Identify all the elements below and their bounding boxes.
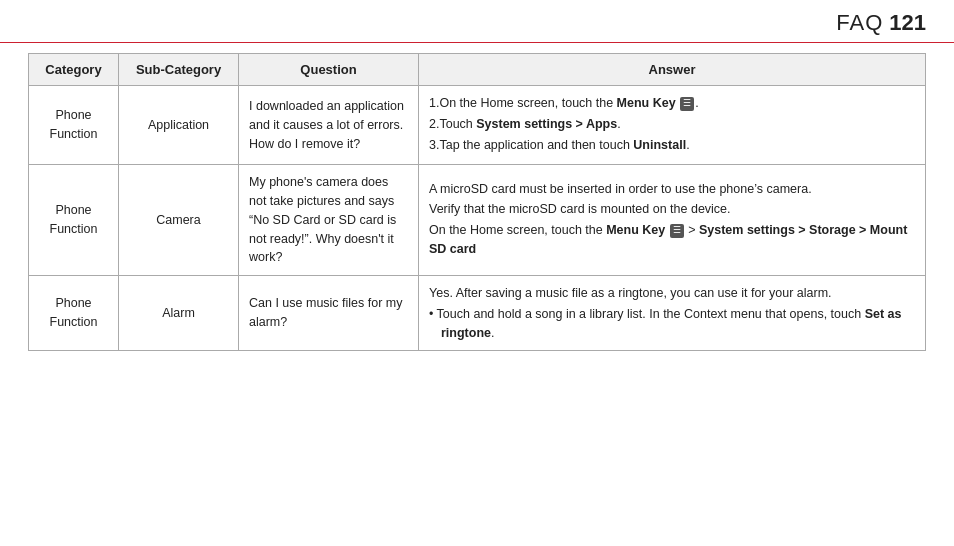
cell-question-2: My phone's camera does not take pictures… bbox=[239, 165, 419, 276]
page-header: FAQ 121 bbox=[0, 0, 954, 43]
table-row: PhoneFunction Application I downloaded a… bbox=[29, 86, 926, 165]
faq-table: Category Sub-Category Question Answer Ph… bbox=[28, 53, 926, 351]
page-number: 121 bbox=[889, 10, 926, 36]
bold-text: System settings > Apps bbox=[476, 117, 617, 131]
answer-line: A microSD card must be inserted in order… bbox=[429, 180, 915, 199]
answer-bullet: • Touch and hold a song in a library lis… bbox=[429, 305, 915, 343]
answer-line: 3.Tap the application and then touch Uni… bbox=[429, 136, 915, 155]
cell-subcategory-3: Alarm bbox=[119, 276, 239, 351]
cell-subcategory-1: Application bbox=[119, 86, 239, 165]
col-header-answer: Answer bbox=[419, 54, 926, 86]
table-row: PhoneFunction Camera My phone's camera d… bbox=[29, 165, 926, 276]
table-header-row: Category Sub-Category Question Answer bbox=[29, 54, 926, 86]
table-wrapper: Category Sub-Category Question Answer Ph… bbox=[0, 43, 954, 361]
answer-line: 1.On the Home screen, touch the Menu Key… bbox=[429, 94, 915, 113]
col-header-subcategory: Sub-Category bbox=[119, 54, 239, 86]
answer-line: Verify that the microSD card is mounted … bbox=[429, 200, 915, 219]
menu-key-icon-2: ☰ bbox=[670, 224, 684, 238]
bold-text: Menu Key bbox=[617, 96, 676, 110]
cell-subcategory-2: Camera bbox=[119, 165, 239, 276]
cell-category-1: PhoneFunction bbox=[29, 86, 119, 165]
cell-category-2: PhoneFunction bbox=[29, 165, 119, 276]
cell-question-1: I downloaded an application and it cause… bbox=[239, 86, 419, 165]
page-title: FAQ bbox=[836, 10, 883, 36]
cell-answer-3: Yes. After saving a music file as a ring… bbox=[419, 276, 926, 351]
bold-text: Uninstall bbox=[633, 138, 686, 152]
bold-text: System settings > Storage > Mount SD car… bbox=[429, 223, 907, 256]
table-row: PhoneFunction Alarm Can I use music file… bbox=[29, 276, 926, 351]
cell-category-3: PhoneFunction bbox=[29, 276, 119, 351]
cell-answer-1: 1.On the Home screen, touch the Menu Key… bbox=[419, 86, 926, 165]
menu-key-icon: ☰ bbox=[680, 97, 694, 111]
answer-line: On the Home screen, touch the Menu Key ☰… bbox=[429, 221, 915, 259]
bold-text: Menu Key bbox=[606, 223, 665, 237]
answer-line: 2.Touch System settings > Apps. bbox=[429, 115, 915, 134]
cell-question-3: Can I use music files for my alarm? bbox=[239, 276, 419, 351]
cell-answer-2: A microSD card must be inserted in order… bbox=[419, 165, 926, 276]
bold-text: Set as ringtone bbox=[441, 307, 902, 340]
col-header-question: Question bbox=[239, 54, 419, 86]
answer-line: Yes. After saving a music file as a ring… bbox=[429, 284, 915, 303]
col-header-category: Category bbox=[29, 54, 119, 86]
